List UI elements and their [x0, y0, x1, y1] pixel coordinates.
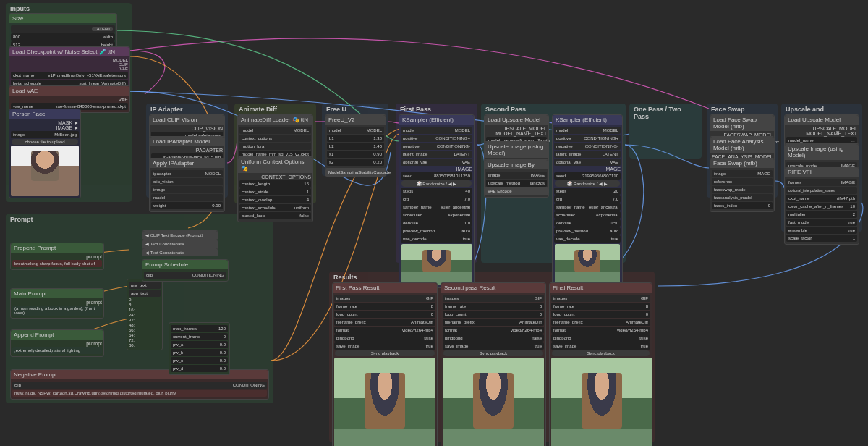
result-image-2[interactable]: [443, 358, 544, 446]
portrait-image[interactable]: [11, 146, 79, 196]
node-mss[interactable]: ModelSamplingStabilityCascade: [325, 168, 386, 177]
node-prepend[interactable]: Prepend Prompt prompt breathtaking sharp…: [10, 243, 104, 270]
preview-image-1[interactable]: [401, 244, 472, 285]
node-concat1[interactable]: ◀ CLIP Text Encode (Prompt): [142, 230, 218, 237]
result-image-3[interactable]: [551, 358, 652, 446]
node-uctx[interactable]: Uniform Context Options 🎭 CONTEXT_OPTION…: [237, 156, 313, 222]
group-onetwopass: One Pass / Two Pass: [629, 104, 702, 159]
node-checkpoint[interactable]: Load Checkpoint w/ Noise Select 🧪 ttN MO…: [9, 46, 130, 90]
node-promptbox[interactable]: pre_text app_text 0:8:16:24:32:48:56:64:…: [127, 279, 163, 350]
node-ksampler1[interactable]: KSampler (Efficient) modelMODEL positive…: [399, 114, 475, 288]
node-faceswap[interactable]: Face Swap (mtb) imageIMAGE reference fac…: [710, 158, 775, 212]
node-personface[interactable]: Person Face MASK ► IMAGE ► imageMrBean.j…: [9, 109, 81, 198]
preview-image-2[interactable]: [555, 244, 620, 285]
node-concat2[interactable]: ◀ Text Concatenate: [142, 239, 218, 246]
node-rife[interactable]: RIFE VFI framesIMAGE optional_interpolat…: [784, 167, 859, 245]
result-image-1[interactable]: [334, 358, 435, 446]
node-freeu[interactable]: FreeU_V2 modelMODEL b11.30 b21.40 s10.90…: [325, 114, 386, 169]
node-promptsched[interactable]: PromptSchedule clipCONDITIONING: [142, 259, 229, 282]
node-result3[interactable]: Final Result imagesGIF frame_rate8 loop_…: [549, 282, 652, 446]
node-append[interactable]: Append Prompt prompt ,extremely detailed…: [10, 329, 104, 357]
node-result1[interactable]: First Pass Result imagesGIF frame_rate8 …: [332, 282, 438, 446]
node-loadupscale2[interactable]: Load Upscale Model UPSCALE_MODEL MODEL_N…: [784, 114, 859, 147]
node-concat3[interactable]: ◀ Text Concatenate: [142, 248, 218, 255]
node-promptsched-params[interactable]: max_frames120 current_frame0 pw_a0.0 pw_…: [169, 322, 230, 375]
node-ksampler2[interactable]: KSampler (Efficient) modelMODEL positive…: [552, 114, 623, 288]
node-negative[interactable]: Negative Prompt clipCONDITIONING nsfw, n…: [10, 369, 269, 400]
node-applyip[interactable]: Apply IPAdapter ipadapterMODEL clip_visi…: [149, 158, 225, 212]
node-main[interactable]: Main Prompt prompt (a man reading a book…: [10, 288, 104, 319]
node-vaeenc[interactable]: VAE Encode: [484, 187, 549, 195]
node-result2[interactable]: Second pass Result imagesGIF frame_rate8…: [441, 282, 546, 446]
